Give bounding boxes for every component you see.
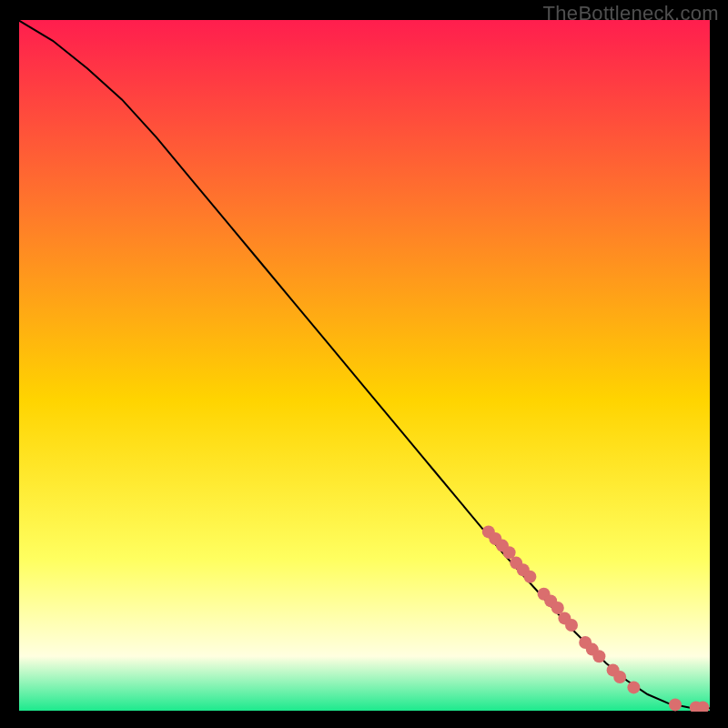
data-marker xyxy=(523,571,536,583)
plot-background xyxy=(18,20,710,712)
data-marker xyxy=(592,650,605,662)
data-marker xyxy=(503,546,516,559)
chart-plot xyxy=(18,20,710,712)
data-marker xyxy=(551,602,564,614)
data-marker xyxy=(613,671,626,683)
chart-svg xyxy=(18,20,710,712)
watermark-text: TheBottleneck.com xyxy=(543,2,719,25)
data-marker xyxy=(565,619,578,632)
data-marker xyxy=(627,681,640,693)
data-marker xyxy=(669,698,682,711)
chart-stage: TheBottleneck.com xyxy=(0,0,728,728)
